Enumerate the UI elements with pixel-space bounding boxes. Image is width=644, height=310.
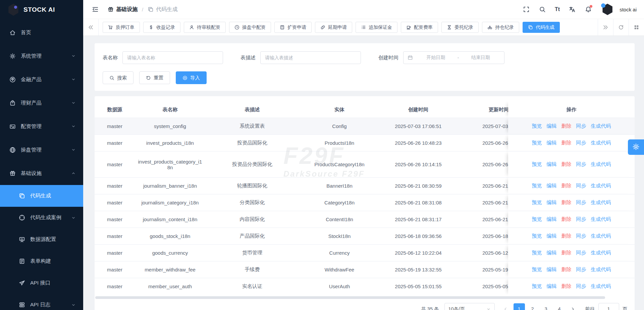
tab-mug[interactable]: 配资费率 [401,22,438,33]
tab-binoculars[interactable]: 持仓纪录 [482,22,519,33]
sync-link[interactable]: 同步 [576,183,586,189]
search-button[interactable]: 搜索 [103,71,133,84]
delete-link[interactable]: 删除 [561,283,572,290]
next-page-button[interactable] [567,303,579,310]
sync-link[interactable]: 同步 [576,123,586,129]
sync-link[interactable]: 同步 [576,140,586,146]
table-name-input[interactable] [122,51,223,64]
sidebar-item-card[interactable]: 配资管理 [0,115,83,138]
preview-link[interactable]: 预览 [532,183,542,189]
page-button-3[interactable]: 3 [540,303,552,310]
table-scroll-area[interactable]: 数据源表名称表描述实体创建时间更新时间操作mastersystem_config… [95,102,635,295]
tab-clock[interactable]: 操盘中配资 [229,22,271,33]
sync-link[interactable]: 同步 [576,161,586,168]
tab-list[interactable]: 追加保证金 [356,22,397,33]
generate-code-link[interactable]: 生成代码 [591,123,611,129]
preview-link[interactable]: 预览 [532,283,542,290]
generate-code-link[interactable]: 生成代码 [591,199,611,206]
sync-link[interactable]: 同步 [576,233,586,239]
avatar[interactable] [601,3,614,16]
page-button-4[interactable]: 4 [554,303,565,310]
edit-link[interactable]: 编辑 [547,140,557,146]
sync-link[interactable]: 同步 [576,216,586,223]
sidebar-item-form[interactable]: 表单构建 [0,250,83,272]
date-range-picker[interactable]: 开始日期 - 结束日期 [403,51,504,64]
edit-link[interactable]: 编辑 [547,183,557,189]
generate-code-link[interactable]: 生成代码 [591,183,611,189]
generate-code-link[interactable]: 生成代码 [591,283,611,290]
sync-link[interactable]: 同步 [576,283,586,290]
notification-bell[interactable] [585,6,592,13]
generate-code-link[interactable]: 生成代码 [591,140,611,146]
preview-link[interactable]: 预览 [532,233,542,239]
tab-link[interactable]: 延期申请 [315,22,352,33]
edit-link[interactable]: 编辑 [547,199,557,206]
table-desc-input[interactable] [260,51,361,64]
settings-float-button[interactable] [628,139,644,155]
fullscreen-icon[interactable] [523,6,530,13]
edit-link[interactable]: 编辑 [547,161,557,168]
sidebar-item-gift[interactable]: 基础设施 [0,162,83,185]
edit-link[interactable]: 编辑 [547,250,557,256]
delete-link[interactable]: 删除 [561,123,572,129]
sync-link[interactable]: 同步 [576,199,586,206]
prev-page-button[interactable] [500,303,512,310]
search-icon[interactable] [539,6,546,13]
sidebar-item-gem[interactable]: 金融产品 [0,68,83,91]
preview-link[interactable]: 预览 [532,199,542,206]
sidebar-item-board[interactable]: 数据源配置 [0,229,83,250]
tab-hourglass[interactable]: 委托纪录 [441,22,479,33]
font-size-icon[interactable]: Tt [555,6,560,13]
delete-link[interactable]: 删除 [561,233,572,239]
sync-link[interactable]: 同步 [576,266,586,273]
preview-link[interactable]: 预览 [532,250,542,256]
preview-link[interactable]: 预览 [532,161,542,168]
page-button-1[interactable]: 1 [514,303,525,310]
preview-link[interactable]: 预览 [532,140,542,146]
tabs-scroll-right-icon[interactable] [598,19,613,36]
tabs-refresh-icon[interactable] [613,19,629,36]
tabs-layout-grid-icon[interactable] [629,19,644,36]
generate-code-link[interactable]: 生成代码 [591,250,611,256]
tab-copy[interactable]: 代码生成 [523,22,560,33]
sidebar-item-gear[interactable]: 系统管理 [0,44,83,68]
sidebar-item-compass[interactable]: 代码生成案例 [0,207,83,229]
delete-link[interactable]: 删除 [561,183,572,189]
preview-link[interactable]: 预览 [532,266,542,273]
goto-page-input[interactable] [598,303,619,310]
tabs-scroll-left-icon[interactable] [83,19,99,36]
sidebar-item-briefcase[interactable]: 理财产品 [0,91,83,115]
edit-link[interactable]: 编辑 [547,283,557,290]
tab-dollar[interactable]: 收益记录 [143,22,180,33]
delete-link[interactable]: 删除 [561,161,572,168]
sidebar-item-plane[interactable]: API 接口 [0,272,83,294]
tab-user[interactable]: 待审核配资 [184,22,226,33]
page-button-2[interactable]: 2 [527,303,538,310]
delete-link[interactable]: 删除 [561,250,572,256]
edit-link[interactable]: 编辑 [547,266,557,273]
generate-code-link[interactable]: 生成代码 [591,266,611,273]
translate-icon[interactable] [569,6,576,13]
preview-link[interactable]: 预览 [532,123,542,129]
sidebar-item-globe[interactable]: 操盘管理 [0,138,83,162]
edit-link[interactable]: 编辑 [547,216,557,223]
sidebar-item-home[interactable]: 首页 [0,21,83,44]
delete-link[interactable]: 删除 [561,199,572,206]
generate-code-link[interactable]: 生成代码 [591,161,611,168]
horizontal-scrollbar[interactable] [95,296,605,299]
edit-link[interactable]: 编辑 [547,123,557,129]
import-button[interactable]: 导入 [176,71,207,84]
sidebar-item-server[interactable]: API 日志 [0,294,83,310]
edit-link[interactable]: 编辑 [547,233,557,239]
delete-link[interactable]: 删除 [561,266,572,273]
delete-link[interactable]: 删除 [561,140,572,146]
delete-link[interactable]: 删除 [561,216,572,223]
tab-calculator[interactable]: 扩资申请 [274,22,312,33]
page-size-select[interactable]: 10条/页 [444,303,495,310]
menu-fold-icon[interactable] [92,6,99,13]
tab-cart[interactable]: 质押订单 [103,22,140,33]
generate-code-link[interactable]: 生成代码 [591,216,611,223]
reset-button[interactable]: 重置 [139,71,170,84]
generate-code-link[interactable]: 生成代码 [591,233,611,239]
preview-link[interactable]: 预览 [532,216,542,223]
